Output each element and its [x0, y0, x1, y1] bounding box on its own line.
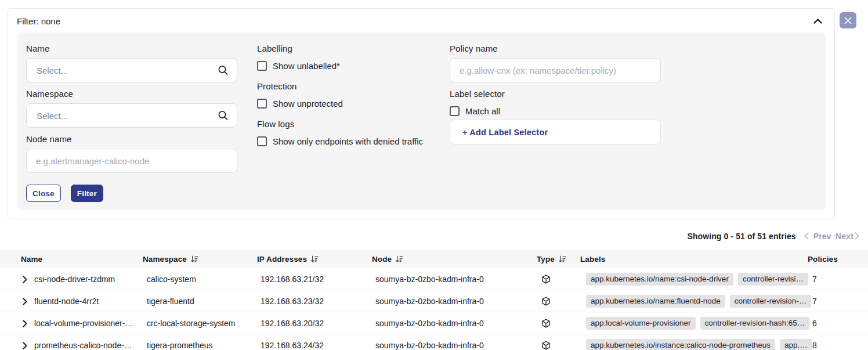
endpoint-namespace: tigera-prometheus	[147, 334, 213, 350]
pod-icon	[541, 312, 551, 334]
endpoint-labels: app:local-volume-provisioner controller-…	[586, 312, 809, 334]
endpoint-labels: app.kubernetes.io/name:fluentd-node cont…	[586, 290, 811, 312]
sort-icon	[558, 255, 567, 264]
label-pill: controller-revision-hash:65…	[700, 317, 810, 330]
column-header-namespace[interactable]: Namespace	[143, 250, 199, 268]
expand-row-button[interactable]	[23, 334, 27, 350]
endpoint-ip: 192.168.63.21/32	[261, 268, 324, 290]
x-icon	[844, 17, 852, 24]
filter-column-checkboxes: Labelling Show unlabelled* Protection Sh…	[257, 44, 454, 157]
filter-button[interactable]: Filter	[71, 185, 103, 202]
endpoint-labels: app.kubernetes.io/instance:calico-node-p…	[586, 334, 812, 350]
table-row: local-volume-provisioner-… crc-local-sto…	[0, 312, 868, 334]
add-label-selector-button[interactable]: + Add Label Selector	[450, 120, 661, 145]
column-header-node[interactable]: Node	[372, 250, 404, 268]
chevron-up-icon	[813, 19, 822, 24]
column-header-policies: Policies	[808, 250, 838, 268]
label-pill: app.kubernetes.io/instance:calico-node-p…	[586, 339, 775, 350]
name-select[interactable]: Select...	[26, 58, 237, 82]
pagination: Showing 0 - 51 of 51 entries Prev Next	[687, 231, 859, 241]
namespace-select[interactable]: Select...	[26, 103, 237, 128]
name-select-placeholder: Select...	[37, 66, 68, 75]
policy-name-input[interactable]	[450, 58, 661, 82]
close-button[interactable]: Close	[26, 185, 61, 202]
namespace-select-placeholder: Select...	[37, 111, 68, 121]
show-unprotected-label: Show unprotected	[273, 99, 343, 109]
table-row: prometheus-calico-node-… tigera-promethe…	[0, 334, 868, 350]
entries-summary: Showing 0 - 51 of 51 entries	[687, 232, 795, 241]
sort-icon	[395, 255, 404, 264]
endpoint-node: soumya-bz-0zbo-kadm-infra-0	[375, 268, 484, 290]
endpoint-name: prometheus-calico-node-…	[34, 334, 132, 350]
endpoint-ip: 192.168.63.23/32	[261, 290, 324, 312]
chevron-right-icon[interactable]	[855, 232, 859, 240]
pager: Prev Next	[804, 232, 859, 241]
denied-traffic-label: Show only endpoints with denied traffic	[273, 136, 423, 146]
node-name-field-label: Node name	[26, 135, 237, 143]
filter-column-policy: Policy name Label selector Match all + A…	[450, 44, 661, 145]
expand-row-button[interactable]	[23, 312, 27, 334]
policy-name-field-label: Policy name	[450, 44, 661, 53]
column-header-labels: Labels	[580, 250, 605, 268]
sort-icon	[190, 255, 199, 264]
label-pill: app.kubernetes.io/name:csi-node-driver	[586, 273, 733, 286]
node-name-input[interactable]	[26, 149, 237, 173]
column-header-ip-addresses[interactable]: IP Addresses	[257, 250, 319, 268]
table-row: fluentd-node-4rr2t tigera-fluentd 192.16…	[0, 290, 868, 312]
protection-section-label: Protection	[257, 82, 454, 91]
endpoint-policies-count: 8	[812, 334, 817, 350]
table-row: csi-node-driver-tzdmm calico-system 192.…	[0, 268, 868, 290]
match-all-checkbox[interactable]	[450, 106, 460, 116]
expand-row-button[interactable]	[23, 290, 27, 312]
search-icon	[218, 65, 229, 76]
label-pill: controller-revision-…	[730, 295, 812, 308]
show-unprotected-checkbox[interactable]	[257, 99, 267, 109]
match-all-label: Match all	[465, 106, 500, 116]
endpoint-node: soumya-bz-0zbo-kadm-infra-0	[375, 334, 484, 350]
endpoint-namespace: crc-local-storage-system	[147, 312, 235, 334]
dismiss-filter-button[interactable]	[840, 12, 856, 28]
chevron-left-icon[interactable]	[804, 232, 809, 240]
next-page-button[interactable]: Next	[836, 232, 853, 241]
prev-page-button[interactable]: Prev	[813, 232, 831, 241]
pod-icon	[541, 290, 551, 312]
filter-card: Filter: none Name Select... Namespace Se…	[8, 8, 835, 219]
endpoint-namespace: calico-system	[147, 268, 196, 290]
chevron-right-icon	[23, 342, 27, 349]
pod-icon	[541, 334, 551, 350]
endpoint-name: csi-node-driver-tzdmm	[34, 268, 115, 290]
search-icon	[218, 110, 229, 121]
endpoint-node: soumya-bz-0zbo-kadm-infra-0	[375, 290, 484, 312]
labelling-section-label: Labelling	[257, 44, 454, 53]
show-unlabelled-label: Show unlabelled*	[273, 61, 340, 71]
chevron-right-icon	[23, 320, 27, 327]
column-header-name: Name	[21, 250, 42, 268]
expand-row-button[interactable]	[23, 268, 27, 290]
collapse-filter-button[interactable]	[810, 13, 825, 28]
endpoint-policies-count: 7	[812, 268, 817, 290]
chevron-right-icon	[23, 276, 27, 283]
label-pill: app:local-volume-provisioner	[586, 317, 696, 330]
endpoints-table: Name Namespace IP Addresses Node Type	[0, 250, 868, 350]
endpoint-node: soumya-bz-0zbo-kadm-infra-0	[375, 312, 484, 334]
flow-logs-section-label: Flow logs	[257, 120, 454, 128]
endpoint-policies-count: 7	[812, 290, 817, 312]
denied-traffic-checkbox[interactable]	[257, 136, 267, 146]
label-pill: app.…	[780, 339, 812, 350]
label-pill: app.kubernetes.io/name:fluentd-node	[586, 295, 725, 308]
pod-icon	[541, 268, 551, 290]
show-unlabelled-checkbox[interactable]	[257, 61, 267, 71]
endpoint-labels: app.kubernetes.io/name:csi-node-driver c…	[586, 268, 808, 290]
endpoint-name: fluentd-node-4rr2t	[34, 290, 99, 312]
endpoint-namespace: tigera-fluentd	[147, 290, 194, 312]
chevron-right-icon	[23, 298, 27, 305]
endpoint-ip: 192.168.63.20/32	[261, 312, 324, 334]
filter-panel: Name Select... Namespace Select...	[17, 33, 826, 210]
column-header-type[interactable]: Type	[537, 250, 567, 268]
label-pill: controller-revisi…	[738, 273, 808, 286]
endpoint-ip: 192.168.63.24/32	[261, 334, 324, 350]
endpoint-policies-count: 6	[812, 312, 817, 334]
name-field-label: Name	[26, 44, 237, 53]
label-selector-section-label: Label selector	[450, 89, 661, 98]
endpoint-name: local-volume-provisioner-…	[34, 312, 133, 334]
